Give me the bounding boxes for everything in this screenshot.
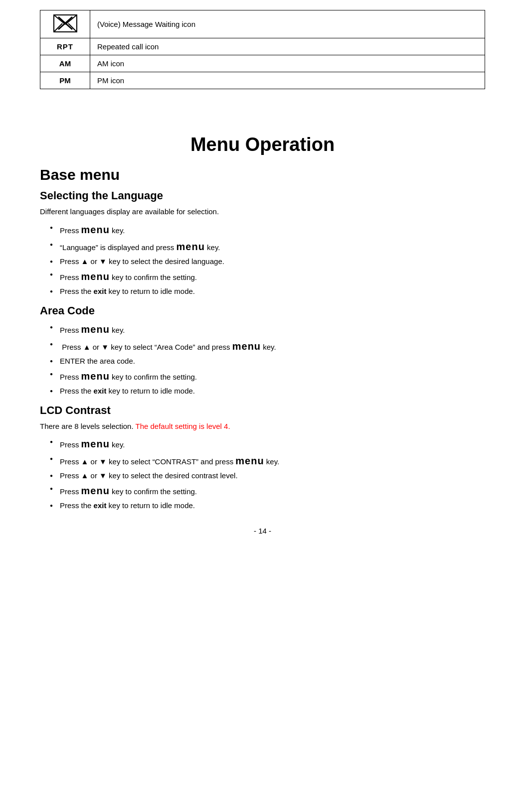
bullet-text: Press menu key to confirm the setting. [60, 269, 197, 284]
bullet-text: Press menu key to confirm the setting. [60, 483, 197, 499]
description-red: The default setting is level 4. [136, 422, 230, 430]
menu-key: menu [81, 485, 110, 496]
page: (Voice) Message Waiting icon RPT Repeate… [0, 0, 525, 812]
bullet-text: “Language” is displayed and press menu k… [60, 239, 220, 255]
bullet-text: Press menu key to confirm the setting. [60, 368, 197, 384]
lcd-contrast-list: Press menu key. Press ▲ or ▼ key to sele… [40, 436, 485, 512]
bullet-text: Press ▲ or ▼ key to select the desired c… [60, 470, 238, 482]
list-item: Press the exit key to return to idle mod… [40, 500, 485, 512]
table-row: AM AM icon [40, 55, 485, 72]
menu-key: menu [81, 324, 110, 335]
table-cell-icon [40, 10, 90, 38]
svg-line-1 [54, 15, 65, 24]
bullet-text: Press the exit key to return to idle mod… [60, 285, 195, 297]
description-normal: There are 8 levels selection. [40, 422, 136, 430]
table-row: PM PM icon [40, 72, 485, 89]
table-row: RPT Repeated call icon [40, 38, 485, 55]
selecting-language-description: Different languages display are availabl… [40, 206, 485, 218]
bullet-text: Press the exit key to return to idle mod… [60, 385, 195, 397]
list-item: Press menu key to confirm the setting. [40, 483, 485, 499]
section-title: Menu Operation [40, 134, 485, 155]
menu-key: menu [81, 224, 110, 235]
bullet-text: Press menu key. [60, 436, 125, 452]
list-item: Press the exit key to return to idle mod… [40, 385, 485, 397]
exit-key: exit [94, 387, 107, 395]
area-code-list: Press menu key. Press ▲ or ▼ key to sele… [40, 321, 485, 397]
list-item: Press ▲ or ▼ key to select the desired l… [40, 256, 485, 268]
selecting-language-title: Selecting the Language [40, 189, 485, 202]
lcd-contrast-section: LCD Contrast There are 8 levels selectio… [40, 404, 485, 512]
bullet-text: Press menu key. [60, 222, 125, 238]
menu-key: menu [81, 438, 110, 449]
lcd-contrast-description: There are 8 levels selection. The defaul… [40, 421, 485, 432]
table-cell-description: AM icon [90, 55, 485, 72]
lcd-contrast-title: LCD Contrast [40, 404, 485, 417]
menu-key: menu [176, 241, 205, 252]
table-cell-rpt: RPT [40, 38, 90, 55]
menu-key: menu [81, 271, 110, 282]
list-item: Press menu key to confirm the setting. [40, 368, 485, 384]
svg-line-2 [65, 15, 77, 24]
bullet-text: ENTER the area code. [60, 355, 135, 367]
bullet-text: Press ▲ or ▼ key to select “CONTRAST” an… [60, 453, 279, 469]
bullet-text: Press ▲ or ▼ key to select “Area Code” a… [60, 338, 276, 354]
table-row: (Voice) Message Waiting icon [40, 10, 485, 38]
menu-key: menu [232, 341, 261, 352]
exit-key: exit [94, 501, 107, 510]
list-item: ENTER the area code. [40, 355, 485, 367]
list-item: Press ▲ or ▼ key to select “CONTRAST” an… [40, 453, 485, 469]
table-cell-pm: PM [40, 72, 90, 89]
area-code-title: Area Code [40, 304, 485, 317]
bullet-text: Press the exit key to return to idle mod… [60, 500, 195, 512]
menu-key: menu [235, 455, 264, 466]
list-item: Press menu key to confirm the setting. [40, 269, 485, 284]
list-item: Press ▲ or ▼ key to select the desired c… [40, 470, 485, 482]
bullet-text: Press menu key. [60, 321, 125, 337]
table-cell-description: (Voice) Message Waiting icon [90, 10, 485, 38]
exit-key: exit [94, 287, 107, 295]
spacer [40, 89, 485, 129]
list-item: Press menu key. [40, 436, 485, 452]
area-code-section: Area Code Press menu key. Press ▲ or ▼ k… [40, 304, 485, 397]
selecting-language-list: Press menu key. “Language” is displayed … [40, 222, 485, 297]
envelope-icon [53, 14, 77, 32]
table-cell-description: PM icon [90, 72, 485, 89]
list-item: Press menu key. [40, 321, 485, 337]
table-cell-am: AM [40, 55, 90, 72]
bullet-text: Press ▲ or ▼ key to select the desired l… [60, 256, 224, 268]
base-menu-title: Base menu [40, 166, 485, 183]
table-cell-description: Repeated call icon [90, 38, 485, 55]
list-item: “Language” is displayed and press menu k… [40, 239, 485, 255]
list-item: Press ▲ or ▼ key to select “Area Code” a… [40, 338, 485, 354]
list-item: Press the exit key to return to idle mod… [40, 285, 485, 297]
menu-key: menu [81, 371, 110, 382]
icon-table: (Voice) Message Waiting icon RPT Repeate… [40, 10, 485, 89]
list-item: Press menu key. [40, 222, 485, 238]
page-number: - 14 - [40, 527, 485, 535]
